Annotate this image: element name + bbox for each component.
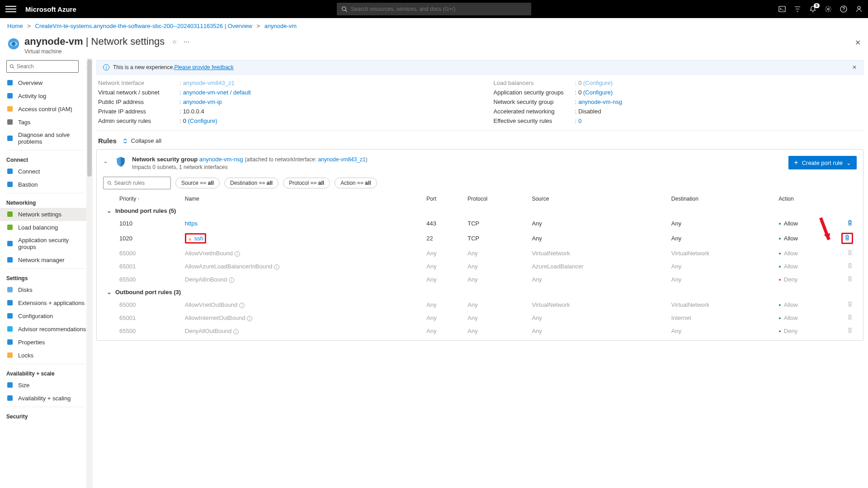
sidebar-search[interactable]: [6, 60, 79, 73]
close-banner-icon[interactable]: ✕: [852, 64, 857, 70]
sidebar-item-size[interactable]: Size: [0, 379, 91, 392]
sidebar-item-properties[interactable]: Properties: [0, 336, 91, 349]
filter-pill[interactable]: Action == all: [335, 178, 377, 188]
sidebar-item-access-control-iam-[interactable]: Access control (IAM): [0, 103, 91, 116]
filter-pill[interactable]: Protocol == all: [283, 178, 330, 188]
sidebar-item-configuration[interactable]: Configuration: [0, 310, 91, 323]
feedback-link[interactable]: Please provide feedback: [174, 64, 233, 70]
svg-rect-26: [7, 352, 13, 358]
prop-row: Network security group:anynode-vm-nsg: [494, 97, 862, 107]
info-icon[interactable]: i: [239, 303, 245, 308]
breadcrumb-vm[interactable]: anynode-vm: [264, 23, 297, 29]
sidebar-item-connect[interactable]: Connect: [0, 165, 91, 178]
info-icon[interactable]: i: [233, 329, 239, 334]
sidebar-item-network-manager[interactable]: Network manager: [0, 253, 91, 267]
rule-row[interactable]: 65001 AllowAzureLoadBalancerInBoundi Any…: [103, 260, 857, 273]
rule-row[interactable]: 1010 https 443 TCP Any Any Allow: [103, 217, 857, 230]
svg-point-29: [108, 181, 111, 184]
sidebar-item-network-settings[interactable]: Network settings: [0, 208, 91, 221]
column-header[interactable]: Name: [181, 193, 423, 205]
outbound-group[interactable]: ⌄Outbound port rules (3): [103, 286, 857, 298]
rule-link[interactable]: ▲ssh: [188, 235, 203, 242]
sidebar-item-availability-scaling[interactable]: Availability + scaling: [0, 392, 91, 405]
notifications-icon[interactable]: 5: [809, 5, 816, 13]
inbound-group[interactable]: ⌄Inbound port rules (5): [103, 205, 857, 217]
feedback-icon[interactable]: [855, 5, 863, 13]
favorite-icon[interactable]: ☆: [172, 38, 177, 45]
global-search[interactable]: [337, 3, 531, 15]
prop-link[interactable]: anynode-vm-nsg: [578, 99, 622, 105]
global-search-input[interactable]: [351, 6, 527, 12]
rule-row[interactable]: 65000 AllowVnetOutBoundi Any Any Virtual…: [103, 298, 857, 311]
sidebar-item-tags[interactable]: Tags: [0, 116, 91, 129]
chevron-down-icon[interactable]: ⌄: [107, 289, 112, 296]
nsg-link[interactable]: anynode-vm-nsg: [199, 156, 243, 163]
column-header[interactable]: Action: [775, 193, 838, 205]
rule-priority: 65000: [116, 298, 181, 311]
prop-value: anynode-vm-vnet / default: [183, 89, 251, 96]
sidebar-item-locks[interactable]: Locks: [0, 349, 91, 362]
info-icon[interactable]: i: [235, 251, 240, 257]
help-icon[interactable]: [840, 5, 847, 13]
chevron-down-icon[interactable]: ⌄: [107, 207, 112, 214]
svg-rect-19: [7, 241, 13, 246]
column-header[interactable]: Source: [528, 193, 667, 205]
sidebar-item-diagnose-and-solve-problems[interactable]: Diagnose and solve problems: [0, 129, 91, 148]
delete-icon[interactable]: [844, 235, 850, 241]
delete-icon: [847, 314, 853, 320]
configure-link[interactable]: (Configure): [188, 117, 217, 124]
rule-row[interactable]: 65500 DenyAllOutBoundi Any Any Any Any D…: [103, 324, 857, 338]
sidebar-item-application-security-groups[interactable]: Application security groups: [0, 234, 91, 253]
prop-link[interactable]: 0: [578, 117, 581, 124]
chevron-down-icon[interactable]: ⌄: [103, 158, 109, 164]
prop-link[interactable]: anynode-vm-ip: [183, 99, 222, 105]
column-header[interactable]: Destination: [668, 193, 775, 205]
more-icon[interactable]: ⋯: [184, 38, 189, 45]
rule-link[interactable]: https: [185, 220, 198, 227]
search-rules-input[interactable]: [114, 180, 167, 186]
breadcrumb-home[interactable]: Home: [7, 23, 23, 29]
rule-row[interactable]: 65000 AllowVnetInBoundi Any Any VirtualN…: [103, 247, 857, 260]
rule-port: 22: [423, 230, 464, 247]
prop-link[interactable]: anynode-vm-vnet / default: [183, 89, 251, 96]
sidebar-item-activity-log[interactable]: Activity log: [0, 89, 91, 103]
collapse-all-button[interactable]: Collapse all: [122, 137, 161, 144]
sidebar-item-bastion[interactable]: Bastion: [0, 178, 91, 191]
sidebar-group-networking: Networking: [0, 195, 91, 208]
sidebar-item-extensions-applications[interactable]: Extensions + applications: [0, 296, 91, 310]
column-header[interactable]: Port: [423, 193, 464, 205]
bastion-icon: [6, 181, 14, 188]
settings-icon[interactable]: [825, 5, 832, 13]
menu-icon[interactable]: [5, 6, 16, 12]
sidebar-item-overview[interactable]: Overview: [0, 76, 91, 89]
sidebar-item-load-balancing[interactable]: Load balancing: [0, 221, 91, 234]
prop-link[interactable]: anynode-vm843_z1: [183, 80, 235, 86]
sidebar-item-disks[interactable]: Disks: [0, 283, 91, 296]
column-header[interactable]: Priority: [116, 193, 181, 205]
configure-link[interactable]: (Configure): [583, 80, 613, 86]
close-blade-icon[interactable]: ✕: [855, 38, 861, 47]
rule-row[interactable]: 1020 ▲ssh 22 TCP Any Any Allow: [103, 230, 857, 247]
adv-icon: [6, 325, 14, 333]
info-icon[interactable]: i: [229, 277, 234, 283]
nic-link[interactable]: anynode-vm843_z1: [318, 156, 365, 163]
info-icon[interactable]: i: [274, 264, 279, 270]
create-port-rule-button[interactable]: + Create port rule ⌄: [788, 156, 857, 169]
filter-pill[interactable]: Source == all: [175, 178, 220, 188]
filter-pill[interactable]: Destination == all: [224, 178, 278, 188]
search-rules[interactable]: [103, 177, 171, 189]
breadcrumb-deployment[interactable]: CreateVm-te-systems.anynode-the-software…: [35, 23, 252, 29]
info-icon[interactable]: i: [247, 316, 252, 321]
delete-icon[interactable]: [847, 220, 853, 226]
cloud-shell-icon[interactable]: [778, 5, 786, 13]
sidebar-search-input[interactable]: [17, 63, 75, 70]
filter-icon[interactable]: [794, 5, 801, 13]
rule-row[interactable]: 65500 DenyAllInBoundi Any Any Any Any De…: [103, 273, 857, 286]
sidebar-item-advisor-recommendations[interactable]: Advisor recommendations: [0, 323, 91, 336]
rule-row[interactable]: 65001 AllowInternetOutBoundi Any Any Any…: [103, 311, 857, 324]
column-header[interactable]: Protocol: [464, 193, 528, 205]
configure-link[interactable]: (Configure): [583, 89, 613, 96]
rule-priority: 65000: [116, 247, 181, 260]
ext-icon: [6, 299, 14, 306]
size-icon: [6, 381, 14, 389]
